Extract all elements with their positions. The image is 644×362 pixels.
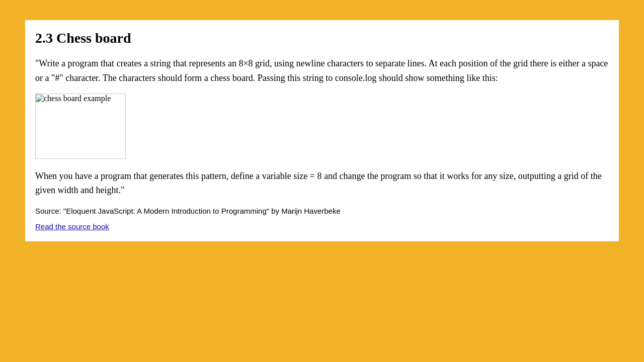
source-book-link[interactable]: Read the source book xyxy=(35,222,109,231)
chess-board-image xyxy=(35,94,126,159)
page-title: 2.3 Chess board xyxy=(35,30,609,46)
source-citation: Source: "Eloquent JavaScript: A Modern I… xyxy=(35,206,609,217)
second-description: When you have a program that generates t… xyxy=(35,169,609,198)
main-card: 2.3 Chess board "Write a program that cr… xyxy=(25,20,619,241)
main-description: "Write a program that creates a string t… xyxy=(35,56,609,85)
